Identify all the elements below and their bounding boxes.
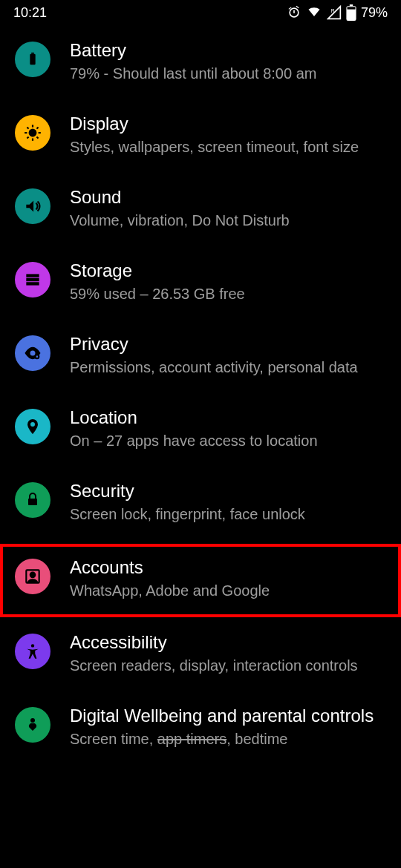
status-bar: 10:21 R 79% (0, 0, 401, 24)
item-text: Display Styles, wallpapers, screen timeo… (70, 114, 386, 157)
settings-item-location[interactable]: Location On – 27 apps have access to loc… (0, 397, 401, 470)
item-subtitle: Screen lock, fingerprint, face unlock (70, 504, 386, 525)
accessibility-icon (15, 634, 50, 669)
wifi-icon (306, 5, 322, 20)
settings-list: Battery 79% - Should last until about 8:… (0, 24, 401, 757)
item-text: Digital Wellbeing and parental controls … (70, 706, 386, 749)
settings-item-security[interactable]: Security Screen lock, fingerprint, face … (0, 470, 401, 544)
wellbeing-icon (15, 707, 50, 743)
item-subtitle: On – 27 apps have access to location (70, 431, 386, 451)
item-title: Sound (70, 187, 386, 208)
item-title: Storage (70, 260, 386, 281)
svg-point-6 (29, 129, 37, 137)
svg-rect-7 (26, 274, 39, 277)
item-text: Accounts WhatsApp, Adobe and Google (70, 557, 386, 601)
subtitle-post: , bedtime (226, 731, 287, 747)
item-title: Accessibility (70, 632, 386, 653)
item-title: Digital Wellbeing and parental controls (70, 706, 386, 726)
item-text: Security Screen lock, fingerprint, face … (70, 481, 386, 525)
sound-icon (15, 188, 50, 224)
item-text: Accessibility Screen readers, display, i… (70, 632, 386, 676)
svg-rect-11 (36, 356, 38, 358)
settings-item-wellbeing[interactable]: Digital Wellbeing and parental controls … (0, 695, 401, 757)
battery-percent: 79% (361, 5, 388, 21)
settings-item-privacy[interactable]: Privacy Permissions, account activity, p… (0, 323, 401, 397)
subtitle-pre: Screen time, (70, 731, 157, 747)
item-subtitle: Styles, wallpapers, screen timeout, font… (70, 137, 386, 157)
privacy-icon (15, 335, 50, 371)
item-text: Privacy Permissions, account activity, p… (70, 334, 386, 378)
svg-text:R: R (331, 8, 335, 13)
signal-icon: R (327, 5, 342, 20)
item-text: Sound Volume, vibration, Do Not Disturb (70, 187, 386, 231)
location-icon (15, 409, 50, 444)
item-title: Display (70, 114, 386, 134)
battery-status-icon (346, 4, 356, 21)
accounts-icon (15, 559, 50, 594)
settings-item-display[interactable]: Display Styles, wallpapers, screen timeo… (0, 103, 401, 177)
item-text: Battery 79% - Should last until about 8:… (70, 40, 386, 84)
item-title: Security (70, 481, 386, 502)
subtitle-strike: app timers (157, 731, 226, 747)
svg-point-15 (31, 644, 34, 647)
settings-item-sound[interactable]: Sound Volume, vibration, Do Not Disturb (0, 177, 401, 250)
item-subtitle: Screen time, app timers, bedtime (70, 729, 386, 749)
item-title: Accounts (70, 557, 386, 578)
battery-icon (15, 42, 50, 77)
svg-point-14 (30, 573, 36, 578)
svg-rect-12 (28, 499, 37, 505)
item-title: Location (70, 407, 386, 428)
settings-item-storage[interactable]: Storage 59% used – 26.53 GB free (0, 250, 401, 323)
item-title: Privacy (70, 334, 386, 355)
svg-rect-9 (26, 282, 39, 285)
svg-rect-8 (26, 278, 39, 281)
svg-rect-3 (347, 7, 355, 9)
svg-rect-4 (30, 54, 35, 65)
item-subtitle: 79% - Should last until about 8:00 am (70, 64, 386, 84)
svg-rect-5 (31, 53, 34, 54)
settings-item-battery[interactable]: Battery 79% - Should last until about 8:… (0, 30, 401, 103)
item-title: Battery (70, 40, 386, 61)
item-subtitle: WhatsApp, Adobe and Google (70, 581, 386, 601)
status-icons: R 79% (287, 4, 388, 21)
item-text: Location On – 27 apps have access to loc… (70, 407, 386, 451)
security-icon (15, 482, 50, 518)
item-subtitle: Volume, vibration, Do Not Disturb (70, 211, 386, 231)
item-subtitle: Permissions, account activity, personal … (70, 358, 386, 378)
svg-point-16 (30, 718, 35, 723)
svg-rect-2 (350, 4, 353, 6)
settings-item-accessibility[interactable]: Accessibility Screen readers, display, i… (0, 622, 401, 695)
display-icon (15, 115, 50, 151)
item-subtitle: Screen readers, display, interaction con… (70, 656, 386, 676)
item-text: Storage 59% used – 26.53 GB free (70, 260, 386, 304)
clock: 10:21 (13, 5, 47, 21)
settings-item-accounts[interactable]: Accounts WhatsApp, Adobe and Google (0, 544, 401, 617)
storage-icon (15, 262, 50, 297)
alarm-icon (287, 5, 301, 20)
item-subtitle: 59% used – 26.53 GB free (70, 284, 386, 304)
